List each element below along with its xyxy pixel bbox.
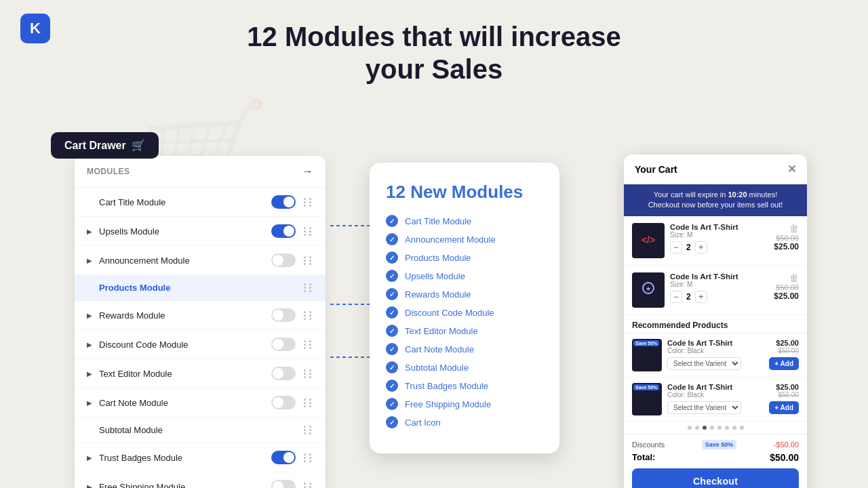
check-icon xyxy=(386,416,398,428)
check-icon xyxy=(386,343,398,355)
rec-1-prices: $25.00 $50.00 xyxy=(776,339,799,354)
toggle-cart-note[interactable] xyxy=(271,396,296,409)
cart-close-button[interactable]: ✕ xyxy=(787,163,796,176)
total-amount: $50.00 xyxy=(770,452,799,463)
drag-free-shipping[interactable] xyxy=(304,483,313,489)
rec-2-variant-select[interactable]: Select the Varient xyxy=(667,401,741,414)
cart-item-2: ★ Code Is Art T-Shirt Size: M − 2 + 🗑 $5… xyxy=(624,266,807,315)
drag-upsells[interactable] xyxy=(304,227,313,236)
item-2-name: Code Is Art T-Shirt xyxy=(670,272,768,281)
item-2-info: Code Is Art T-Shirt Size: M − 2 + xyxy=(670,272,768,303)
toggle-cart-title[interactable] xyxy=(271,195,296,209)
rec-2-orig-price: $50.00 xyxy=(778,391,799,399)
rec-1-variant-select[interactable]: Select the Varient xyxy=(667,357,741,370)
item-2-size: Size: M xyxy=(670,281,768,288)
modules-nav-arrow[interactable]: → xyxy=(302,165,314,178)
list-item: Products Module xyxy=(386,251,540,264)
drag-subtotal[interactable] xyxy=(304,426,313,434)
discount-badge: Save 50% xyxy=(702,440,737,449)
list-item: Rewards Module xyxy=(386,288,540,300)
rec-2-add-button[interactable]: + Add xyxy=(769,401,799,414)
list-item: Trust Badges Module xyxy=(386,380,540,392)
module-row-upsells: ▶ Upsells Module xyxy=(75,217,326,246)
rec-2-info: Code Is Art T-Shirt Color: Black Select … xyxy=(667,383,764,414)
toggle-free-shipping[interactable] xyxy=(271,480,296,488)
module-row-text-editor: ▶ Text Editor Module xyxy=(75,359,326,388)
module-row-free-shipping: ▶ Free Shipping Module xyxy=(75,472,326,488)
module-row-cart-title: Cart Title Module xyxy=(75,188,326,217)
save-badge-2: Save 50% xyxy=(633,384,659,390)
item-1-name: Code Is Art T-Shirt xyxy=(670,223,768,231)
drag-announcement[interactable] xyxy=(304,256,313,265)
item-2-increment[interactable]: + xyxy=(695,291,707,303)
toggle-upsells[interactable] xyxy=(271,224,296,238)
check-icon xyxy=(386,215,398,227)
dot-4[interactable] xyxy=(710,426,714,430)
modules-card: 12 New Modules Cart Title Module Announc… xyxy=(370,163,559,453)
list-item: Subtotal Module xyxy=(386,361,540,373)
toggle-text-editor[interactable] xyxy=(271,367,296,380)
cart-drawer-label: Cart Drawer 🛒 xyxy=(51,132,159,159)
item-1-orig-price: $50.00 xyxy=(774,234,799,242)
rec-1-color: Color: Black xyxy=(667,347,764,354)
item-1-increment[interactable]: + xyxy=(695,241,707,253)
save-badge-1: Save 50% xyxy=(633,340,659,346)
dot-1[interactable] xyxy=(688,426,692,430)
dot-8[interactable] xyxy=(740,426,744,430)
toggle-announcement[interactable] xyxy=(271,253,296,267)
drag-text-editor[interactable] xyxy=(304,369,313,378)
rec-products-header: Recommended Products xyxy=(624,315,807,333)
check-icon xyxy=(386,361,398,373)
list-item: Cart Title Module xyxy=(386,215,540,227)
toggle-discount[interactable] xyxy=(271,338,296,351)
discount-amount: -$50.00 xyxy=(774,441,799,449)
modules-card-title: 12 New Modules xyxy=(386,182,540,203)
dot-2[interactable] xyxy=(695,426,699,430)
item-1-decrement[interactable]: − xyxy=(670,241,682,253)
main-title: 12 Modules that will increase your Sales xyxy=(0,20,868,85)
module-row-discount: ▶ Discount Code Module xyxy=(75,330,326,359)
drag-discount[interactable] xyxy=(304,340,313,349)
item-1-thumbnail: </> xyxy=(632,223,665,258)
drag-trust-badges[interactable] xyxy=(304,453,313,462)
rec-item-2: Save 50% Code Is Art T-Shirt Color: Blac… xyxy=(624,378,807,422)
item-2-delete[interactable]: 🗑 xyxy=(774,272,799,283)
modules-panel: MODULES → Cart Title Module ▶ Upsells Mo… xyxy=(75,156,326,488)
list-item: Discount Code Module xyxy=(386,306,540,319)
item-1-delete[interactable]: 🗑 xyxy=(774,223,799,234)
toggle-rewards[interactable] xyxy=(271,308,296,322)
drag-products[interactable] xyxy=(304,283,313,292)
total-label: Total: xyxy=(632,452,655,462)
toggle-trust-badges[interactable] xyxy=(271,451,296,464)
drag-rewards[interactable] xyxy=(304,311,313,320)
dot-3[interactable] xyxy=(703,426,707,430)
list-item: Cart Icon xyxy=(386,416,540,428)
checkout-button[interactable]: Checkout xyxy=(632,468,799,488)
check-icon xyxy=(386,251,398,264)
list-item: Announcement Module xyxy=(386,233,540,245)
item-1-size: Size: M xyxy=(670,231,768,239)
dot-5[interactable] xyxy=(717,426,722,430)
check-icon xyxy=(386,288,398,300)
item-2-qty: 2 xyxy=(686,292,691,302)
item-2-thumbnail: ★ xyxy=(632,272,665,308)
cart-title: Your Cart xyxy=(635,164,677,175)
dot-7[interactable] xyxy=(732,426,736,430)
check-icon xyxy=(386,270,398,282)
item-2-prices: 🗑 $50.00 $25.00 xyxy=(774,272,799,301)
cart-icon: 🛒 xyxy=(132,139,145,152)
rec-1-add-button[interactable]: + Add xyxy=(769,357,799,370)
list-item: Upsells Module xyxy=(386,270,540,282)
list-item: Free Shipping Module xyxy=(386,398,540,410)
item-1-info: Code Is Art T-Shirt Size: M − 2 + xyxy=(670,223,768,253)
rec-1-select-row: Select the Varient xyxy=(667,357,764,370)
item-2-decrement[interactable]: − xyxy=(670,291,682,303)
item-1-qty: 2 xyxy=(686,243,691,252)
drag-cart-note[interactable] xyxy=(304,399,313,407)
dot-6[interactable] xyxy=(725,426,729,430)
module-row-cart-note: ▶ Cart Note Module xyxy=(75,388,326,418)
drag-cart-title[interactable] xyxy=(304,198,313,207)
discounts-label: Discounts xyxy=(632,441,665,449)
rec-1-thumb: Save 50% xyxy=(632,339,662,371)
rec-2-name: Code Is Art T-Shirt xyxy=(667,383,764,391)
